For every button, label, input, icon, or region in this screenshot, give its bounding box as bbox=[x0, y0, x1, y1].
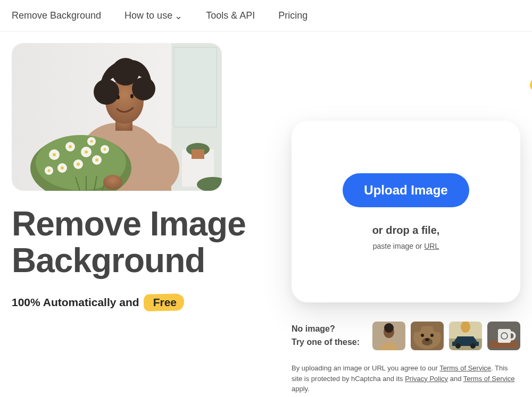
svg-point-45 bbox=[413, 324, 421, 332]
subline-prefix: 100% Automatically and bbox=[12, 296, 139, 309]
legal-and: and bbox=[448, 375, 463, 383]
examples-text: No image? Try one of these: bbox=[292, 323, 360, 349]
example-thumb-bear[interactable] bbox=[411, 322, 444, 350]
no-image-text: No image? bbox=[292, 323, 360, 336]
svg-point-10 bbox=[94, 79, 119, 105]
svg-point-32 bbox=[104, 148, 106, 151]
nav-label: Pricing bbox=[278, 10, 307, 21]
main-content: Remove Image Background 100% Automatical… bbox=[0, 31, 532, 394]
upload-image-button[interactable]: Upload Image bbox=[343, 173, 469, 207]
svg-point-12 bbox=[112, 58, 139, 86]
nav-label: How to use bbox=[124, 10, 172, 21]
nav-tools-api[interactable]: Tools & API bbox=[206, 10, 255, 21]
legal-prefix: By uploading an image or URL you agree t… bbox=[292, 364, 439, 372]
drop-file-text: or drop a file, bbox=[372, 224, 440, 236]
example-thumbs bbox=[372, 322, 520, 350]
nav-remove-background[interactable]: Remove Background bbox=[12, 10, 101, 21]
privacy-policy-link[interactable]: Privacy Policy bbox=[405, 375, 448, 383]
example-thumb-car[interactable] bbox=[449, 322, 482, 350]
svg-point-50 bbox=[425, 338, 429, 341]
svg-point-49 bbox=[430, 334, 434, 337]
svg-point-46 bbox=[433, 324, 442, 332]
right-column: Upload Image or drop a file, paste image… bbox=[278, 43, 520, 394]
example-thumb-person[interactable] bbox=[372, 322, 405, 350]
hero-image bbox=[12, 43, 222, 191]
legal-text: By uploading an image or URL you agree t… bbox=[292, 363, 520, 394]
svg-point-27 bbox=[69, 145, 72, 148]
svg-point-55 bbox=[455, 343, 461, 349]
svg-point-28 bbox=[85, 150, 88, 154]
svg-point-14 bbox=[130, 94, 134, 98]
svg-point-48 bbox=[421, 334, 424, 337]
svg-point-31 bbox=[95, 158, 98, 162]
svg-point-39 bbox=[103, 175, 122, 190]
chevron-down-icon: ⌄ bbox=[174, 10, 182, 22]
upload-card[interactable]: Upload Image or drop a file, paste image… bbox=[292, 121, 520, 302]
svg-point-53 bbox=[461, 322, 470, 333]
nav-label: Tools & API bbox=[206, 10, 255, 21]
svg-point-42 bbox=[384, 323, 394, 333]
left-column: Remove Image Background 100% Automatical… bbox=[12, 43, 246, 394]
legal-suffix: apply. bbox=[292, 385, 310, 393]
svg-rect-5 bbox=[192, 149, 204, 159]
free-badge: Free bbox=[144, 294, 184, 311]
svg-point-29 bbox=[61, 166, 64, 170]
svg-point-30 bbox=[77, 163, 80, 166]
free-label: Free bbox=[153, 296, 177, 309]
example-thumb-mug[interactable] bbox=[487, 322, 520, 350]
page-subline: 100% Automatically and Free bbox=[12, 294, 246, 311]
page-headline: Remove Image Background bbox=[12, 206, 246, 279]
paste-prefix: paste image or bbox=[373, 242, 425, 250]
paste-line: paste image or URL bbox=[373, 242, 439, 250]
examples-row: No image? Try one of these: bbox=[292, 322, 520, 350]
top-nav: Remove Background How to use⌄ Tools & AP… bbox=[0, 0, 532, 31]
svg-point-56 bbox=[470, 343, 476, 349]
svg-point-33 bbox=[90, 140, 93, 143]
try-one-text: Try one of these: bbox=[292, 336, 360, 349]
nav-pricing[interactable]: Pricing bbox=[278, 10, 307, 21]
svg-point-34 bbox=[48, 170, 51, 172]
paste-url-link[interactable]: URL bbox=[424, 242, 439, 250]
nav-how-to-use[interactable]: How to use⌄ bbox=[124, 10, 182, 21]
svg-point-26 bbox=[53, 153, 56, 156]
svg-rect-59 bbox=[498, 329, 511, 343]
svg-point-13 bbox=[117, 95, 120, 99]
nav-label: Remove Background bbox=[12, 10, 101, 21]
tos-link[interactable]: Terms of Service bbox=[439, 364, 491, 372]
tos2-link[interactable]: Terms of Service bbox=[463, 375, 515, 383]
svg-rect-2 bbox=[174, 47, 217, 127]
